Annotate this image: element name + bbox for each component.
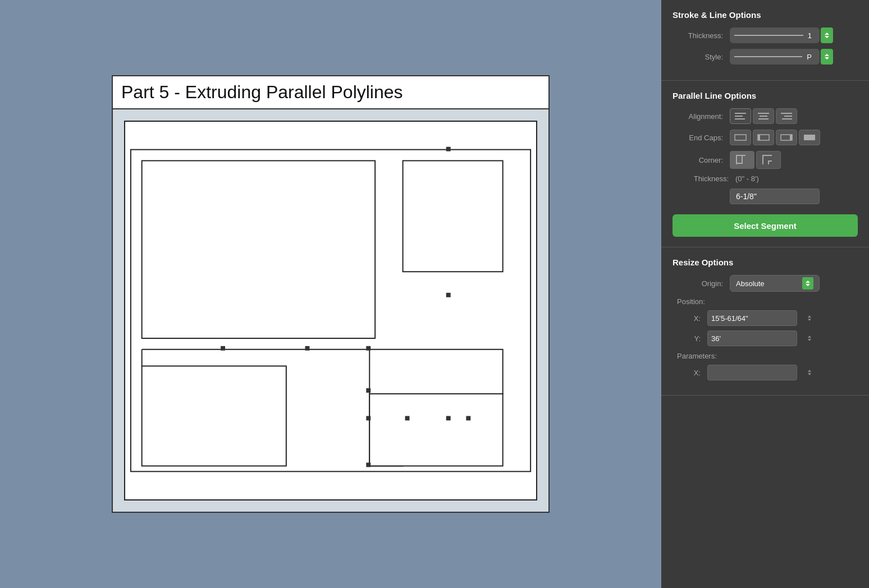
style-line xyxy=(734,56,802,57)
thickness-spinner[interactable] xyxy=(821,27,833,43)
cap-icon-1 xyxy=(733,132,748,143)
x-coord-row: X: xyxy=(673,310,858,326)
resize-section: Resize Options Origin: Absolute Position… xyxy=(661,247,869,396)
style-value: P xyxy=(807,53,812,61)
select-segment-button[interactable]: Select Segment xyxy=(673,214,858,237)
svg-rect-29 xyxy=(790,135,792,140)
svg-rect-18 xyxy=(735,118,745,120)
corner-btn-group xyxy=(730,151,781,169)
origin-dropdown[interactable]: Absolute xyxy=(730,275,820,292)
canvas-area: Part 5 - Extruding Parallel Polylines xyxy=(0,0,661,588)
thickness-value-row xyxy=(673,189,858,204)
alignment-label: Alignment: xyxy=(673,112,723,121)
param-x-up-arrow[interactable] xyxy=(808,370,811,372)
style-stepper[interactable]: P xyxy=(730,49,820,65)
position-label: Position: xyxy=(677,297,858,306)
cap-btn-4[interactable] xyxy=(799,130,820,145)
thickness-up-arrow[interactable] xyxy=(825,33,829,35)
origin-arrow-up xyxy=(806,281,810,283)
y-input[interactable] xyxy=(711,334,806,343)
svg-rect-24 xyxy=(782,118,792,120)
corner-icon-2 xyxy=(761,153,776,167)
style-down-arrow[interactable] xyxy=(825,57,829,59)
svg-rect-8 xyxy=(305,346,309,351)
align-btn-right[interactable] xyxy=(776,108,797,124)
svg-rect-2 xyxy=(403,160,503,272)
parallel-line-title: Parallel Line Options xyxy=(673,91,858,100)
cap-icon-4 xyxy=(802,132,817,143)
corner-label: Corner: xyxy=(673,156,723,164)
thickness-value: 1 xyxy=(808,31,812,40)
corner-row: Corner: xyxy=(673,151,858,169)
style-up-arrow[interactable] xyxy=(825,54,829,56)
thickness-stepper[interactable]: 1 xyxy=(730,27,820,43)
origin-arrow-down xyxy=(806,284,810,286)
svg-rect-1 xyxy=(142,160,375,338)
thickness-down-arrow[interactable] xyxy=(825,36,829,38)
y-up-arrow[interactable] xyxy=(808,336,811,338)
pl-thickness-label: Thickness: xyxy=(673,174,729,183)
drawing-svg xyxy=(125,122,536,499)
origin-row: Origin: Absolute xyxy=(673,275,858,292)
x-input-wrap xyxy=(707,310,797,326)
align-btn-left[interactable] xyxy=(730,108,751,124)
svg-rect-23 xyxy=(784,116,792,117)
cap-btn-2[interactable] xyxy=(753,130,774,145)
svg-rect-16 xyxy=(735,113,746,114)
drawing-sheet: Part 5 - Extruding Parallel Polylines xyxy=(112,75,550,513)
thickness-input[interactable] xyxy=(730,189,820,204)
svg-rect-21 xyxy=(758,118,769,120)
resize-title: Resize Options xyxy=(673,258,858,267)
corner-btn-1[interactable] xyxy=(730,151,754,169)
style-row: Style: P xyxy=(673,49,858,65)
thickness-row: Thickness: 1 xyxy=(673,27,858,43)
alignment-row: Alignment: xyxy=(673,108,858,124)
param-x-input[interactable] xyxy=(711,369,806,377)
svg-rect-4 xyxy=(369,394,502,466)
svg-rect-10 xyxy=(366,388,371,393)
style-label: Style: xyxy=(673,53,723,61)
svg-rect-25 xyxy=(735,135,746,140)
svg-rect-5 xyxy=(446,147,451,151)
svg-rect-9 xyxy=(366,346,371,351)
end-caps-btn-group xyxy=(730,130,820,145)
svg-rect-7 xyxy=(221,346,225,351)
style-spinner[interactable] xyxy=(821,49,833,65)
cap-icon-2 xyxy=(756,132,771,143)
thickness-line xyxy=(734,35,803,36)
cap-icon-3 xyxy=(779,132,794,143)
x-input[interactable] xyxy=(711,314,806,323)
svg-rect-17 xyxy=(735,116,743,117)
sheet-drawing[interactable] xyxy=(113,109,548,512)
origin-value: Absolute xyxy=(736,279,765,288)
drawing-inner xyxy=(124,121,537,500)
align-btn-center[interactable] xyxy=(753,108,774,124)
x-up-arrow[interactable] xyxy=(808,315,811,318)
param-x-label: X: xyxy=(673,369,701,377)
thickness-label: Thickness: xyxy=(673,31,723,40)
alignment-btn-group xyxy=(730,108,797,124)
cap-btn-3[interactable] xyxy=(776,130,797,145)
svg-rect-30 xyxy=(804,135,815,140)
x-spinner xyxy=(808,315,811,321)
svg-rect-22 xyxy=(781,113,792,114)
x-down-arrow[interactable] xyxy=(808,319,811,321)
y-label: Y: xyxy=(673,334,701,343)
origin-label: Origin: xyxy=(673,279,723,288)
y-input-wrap xyxy=(707,330,797,346)
param-x-spinner xyxy=(808,370,811,375)
right-panel: Stroke & Line Options Thickness: 1 Style… xyxy=(661,0,869,588)
param-x-down-arrow[interactable] xyxy=(808,373,811,375)
cap-btn-1[interactable] xyxy=(730,130,751,145)
corner-btn-2[interactable] xyxy=(756,151,781,169)
stroke-line-title: Stroke & Line Options xyxy=(673,10,858,20)
corner-icon-1 xyxy=(734,153,750,167)
svg-rect-14 xyxy=(466,416,470,420)
svg-rect-19 xyxy=(758,113,769,114)
end-caps-row: End Caps: xyxy=(673,130,858,145)
svg-rect-27 xyxy=(758,135,760,140)
y-down-arrow[interactable] xyxy=(808,339,811,341)
svg-rect-11 xyxy=(366,416,371,420)
param-x-row: X: xyxy=(673,365,858,380)
svg-rect-12 xyxy=(405,416,410,420)
